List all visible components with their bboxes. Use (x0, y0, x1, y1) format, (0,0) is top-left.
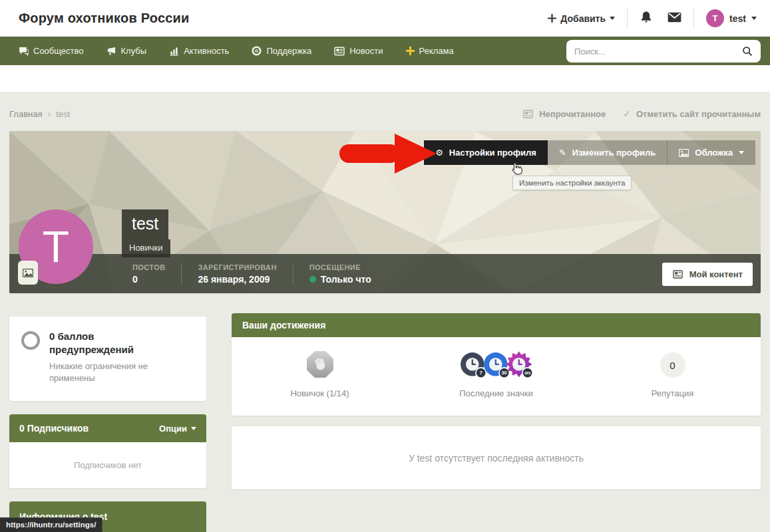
cover-button[interactable]: Обложка (667, 140, 755, 165)
nav-item-label: Активность (184, 46, 229, 56)
chevron-down-icon (739, 151, 744, 154)
stat-last-visit: ПОСЕЩЕНИЕ Только что (293, 263, 387, 285)
breadcrumb-home[interactable]: Главная (9, 109, 42, 119)
activity-icon (169, 47, 179, 56)
profile-main-column: Ваши достижения (232, 313, 761, 489)
followers-empty-text: Подписчиков нет (9, 442, 206, 488)
nav-item-news[interactable]: Новости (334, 46, 383, 56)
check-icon: ✓ (623, 109, 631, 118)
followers-options-label: Опции (159, 424, 187, 434)
site-title[interactable]: Форум охотников России (19, 11, 190, 26)
profile-username: test (122, 209, 168, 239)
stat-label: ЗАРЕГИСТРИРОВАН (198, 263, 276, 271)
online-status-dot (309, 276, 316, 283)
top-header: Форум охотников России Добавить T test (0, 0, 770, 37)
chevron-down-icon (751, 17, 757, 20)
stat-label: ПОСЕЩЕНИЕ (309, 263, 371, 271)
svg-text:365: 365 (524, 371, 530, 375)
warning-points-title: 0 баллов предупреждений (49, 330, 162, 357)
followers-title: 0 Подписчиков (19, 423, 89, 434)
nav-item-ads[interactable]: Реклама (406, 46, 454, 56)
profile-actions: ⚙ Настройки профиля ✎ Изменить профиль О… (424, 140, 755, 165)
achievement-recent-badges[interactable]: 7 30 (408, 349, 584, 398)
photo-icon (23, 269, 33, 277)
page: Форум охотников России Добавить T test (0, 0, 770, 532)
stat-value: 26 января, 2009 (198, 274, 276, 285)
achievements-card: Ваши достижения (232, 313, 761, 416)
user-avatar: T (706, 9, 724, 27)
mouse-cursor (510, 162, 522, 178)
rank-badge-icon (305, 349, 335, 380)
nav-item-activity[interactable]: Активность (169, 46, 229, 56)
news-icon (334, 47, 345, 56)
profile-sidebar: 0 баллов предупреждений Никакие ограниче… (9, 313, 206, 532)
reputation-label: Репутация (652, 388, 694, 398)
activity-empty-text: У test отсутствует последняя активность (409, 453, 584, 464)
achievements-title: Ваши достижения (242, 320, 325, 331)
nav-item-label: Поддержка (266, 46, 311, 56)
nav-item-label: Сообщество (33, 46, 84, 56)
main-navigation: Сообщество Клубы Активность Поддержка Но… (0, 37, 770, 65)
clubs-icon (106, 47, 116, 56)
mark-site-read-link[interactable]: ✓ Отметить сайт прочитанным (623, 109, 761, 119)
edit-profile-button[interactable]: ✎ Изменить профиль (548, 140, 667, 165)
followers-card: 0 Подписчиков Опции Подписчиков нет (9, 414, 206, 488)
status-bar-url: https://ihuntr.ru/settings/ (0, 517, 102, 532)
change-photo-button[interactable] (18, 261, 38, 285)
messages-envelope-icon[interactable] (668, 12, 681, 25)
stat-label: ПОСТОВ (132, 263, 165, 271)
achievement-rank[interactable]: Новичок (1/14) (232, 349, 408, 398)
badge-365-days-icon: 365 (505, 350, 534, 380)
mark-read-label: Отметить сайт прочитанным (636, 109, 761, 119)
divider (627, 9, 628, 29)
ads-plus-icon (406, 47, 415, 55)
nav-item-clubs[interactable]: Клубы (106, 46, 147, 56)
community-icon (19, 47, 29, 56)
user-menu[interactable]: T test (706, 9, 757, 27)
nav-item-community[interactable]: Сообщество (19, 46, 84, 56)
annotation-arrow (338, 133, 438, 177)
search-icon[interactable] (742, 46, 753, 57)
stat-value: 0 (132, 274, 165, 285)
profile-stats-bar: ПОСТОВ 0 ЗАРЕГИСТРИРОВАН 26 января, 2009… (9, 254, 761, 293)
add-button-label: Добавить (560, 13, 606, 24)
stat-posts: ПОСТОВ 0 (132, 263, 181, 285)
nav-item-support[interactable]: Поддержка (252, 46, 311, 56)
chevron-down-icon (191, 427, 196, 430)
activity-empty-card: У test отсутствует последняя активность (232, 426, 761, 489)
profile-group-badge: Новички (122, 239, 170, 257)
divider (693, 9, 694, 29)
edit-profile-label: Изменить профиль (572, 148, 656, 158)
settings-tooltip: Изменить настройки аккаунта (512, 176, 632, 190)
unread-link[interactable]: Непрочитанное (522, 109, 606, 119)
profile-cover: ⚙ Настройки профиля ✎ Изменить профиль О… (9, 131, 761, 293)
sub-header-band (0, 65, 770, 92)
rank-label: Новичок (1/14) (290, 388, 349, 398)
reputation-value: 0 (660, 352, 685, 378)
unread-label: Непрочитанное (539, 109, 606, 119)
achievement-reputation[interactable]: 0 Репутация (584, 349, 761, 398)
notifications-bell-icon[interactable] (640, 11, 653, 27)
unread-newspaper-icon (522, 110, 534, 118)
search-input[interactable] (574, 47, 742, 57)
my-content-label: Мой контент (689, 269, 743, 279)
nav-item-label: Реклама (419, 46, 454, 56)
warning-points-card: 0 баллов предупреждений Никакие ограниче… (9, 317, 206, 401)
content-newspaper-icon (672, 270, 683, 279)
breadcrumb: Главная › test (9, 108, 70, 119)
add-button[interactable]: Добавить (548, 13, 615, 24)
profile-settings-label: Настройки профиля (449, 148, 536, 158)
my-content-button[interactable]: Мой контент (662, 263, 753, 286)
plus-icon (548, 14, 556, 23)
nav-item-label: Новости (349, 46, 383, 56)
cover-label: Обложка (695, 148, 733, 158)
support-icon (252, 46, 262, 56)
pencil-icon: ✎ (559, 148, 566, 157)
profile-settings-button[interactable]: ⚙ Настройки профиля (424, 140, 548, 165)
nav-item-label: Клубы (121, 46, 147, 56)
warning-points-subtitle: Никакие ограничения не применены (49, 360, 176, 386)
image-icon (679, 149, 689, 157)
stat-registered: ЗАРЕГИСТРИРОВАН 26 января, 2009 (182, 263, 292, 285)
user-name: test (729, 13, 746, 24)
followers-options-button[interactable]: Опции (159, 424, 196, 434)
